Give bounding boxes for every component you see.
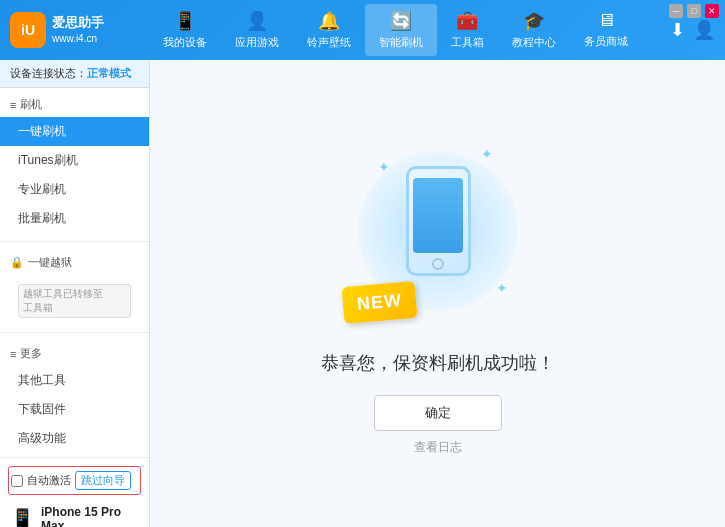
main-layout: 设备连接状态：正常模式 ≡ 刷机 一键刷机 iTunes刷机 专业刷机 批量刷机… bbox=[0, 60, 725, 527]
new-badge: NEW bbox=[341, 281, 417, 324]
logo-text: 爱思助手 www.i4.cn bbox=[52, 15, 104, 45]
sidebar-jailbreak-section: 🔒 一键越狱 越狱工具已转移至工具箱 bbox=[0, 246, 149, 328]
phone-illustration: ✦ ✦ ✦ NEW bbox=[338, 131, 538, 331]
nav-smart-flash[interactable]: 🔄 智能刷机 bbox=[365, 4, 437, 56]
nav-ringtones[interactable]: 🔔 铃声壁纸 bbox=[293, 4, 365, 56]
sidebar-item-advanced[interactable]: 高级功能 bbox=[0, 424, 149, 453]
flash-section-icon: ≡ bbox=[10, 99, 16, 111]
toolbox-icon: 🧰 bbox=[456, 10, 478, 32]
phone-body bbox=[406, 166, 471, 276]
nav-service[interactable]: 🖥 务员商城 bbox=[570, 4, 642, 56]
sidebar: 设备连接状态：正常模式 ≡ 刷机 一键刷机 iTunes刷机 专业刷机 批量刷机… bbox=[0, 60, 150, 527]
tutorial-icon: 🎓 bbox=[523, 10, 545, 32]
more-section-icon: ≡ bbox=[10, 348, 16, 360]
auto-activate-label: 自动激活 bbox=[27, 473, 71, 488]
close-button[interactable]: ✕ bbox=[705, 4, 719, 18]
minimize-button[interactable]: ─ bbox=[669, 4, 683, 18]
smart-flash-icon: 🔄 bbox=[390, 10, 412, 32]
device-info: 📱 iPhone 15 Pro Max 512GB iPhone bbox=[8, 501, 141, 527]
phone-home-button bbox=[432, 258, 444, 270]
nav-tutorial[interactable]: 🎓 教程中心 bbox=[498, 4, 570, 56]
ringtones-icon: 🔔 bbox=[318, 10, 340, 32]
nav-apps-games[interactable]: 👤 应用游戏 bbox=[221, 4, 293, 56]
sidebar-item-other-tools[interactable]: 其他工具 bbox=[0, 366, 149, 395]
flash-section-header: ≡ 刷机 bbox=[0, 92, 149, 117]
user-icon[interactable]: 👤 bbox=[693, 19, 715, 41]
jailbreak-section-icon: 🔒 bbox=[10, 256, 24, 269]
download-icon[interactable]: ⬇ bbox=[670, 19, 685, 41]
auto-activate-checkbox[interactable] bbox=[11, 475, 23, 487]
device-name: iPhone 15 Pro Max bbox=[41, 505, 139, 527]
sparkle-2: ✦ bbox=[481, 146, 493, 162]
confirm-button[interactable]: 确定 bbox=[374, 395, 502, 431]
logo-icon: iU bbox=[10, 12, 46, 48]
my-device-icon: 📱 bbox=[174, 10, 196, 32]
sidebar-item-download-firmware[interactable]: 下载固件 bbox=[0, 395, 149, 424]
more-section-header: ≡ 更多 bbox=[0, 341, 149, 366]
sidebar-item-itunes-flash[interactable]: iTunes刷机 bbox=[0, 146, 149, 175]
nav-my-device[interactable]: 📱 我的设备 bbox=[149, 4, 221, 56]
device-phone-icon: 📱 bbox=[10, 507, 35, 527]
nav-items: 📱 我的设备 👤 应用游戏 🔔 铃声壁纸 🔄 智能刷机 🧰 工具箱 🎓 教程中心… bbox=[120, 4, 670, 56]
jailbreak-note: 越狱工具已转移至工具箱 bbox=[18, 284, 131, 318]
header-right: ⬇ 👤 bbox=[670, 19, 715, 41]
phone-screen bbox=[413, 178, 463, 253]
logo-area: iU 爱思助手 www.i4.cn bbox=[10, 12, 120, 48]
sidebar-flash-section: ≡ 刷机 一键刷机 iTunes刷机 专业刷机 批量刷机 bbox=[0, 88, 149, 237]
auto-row: 自动激活 跳过向导 bbox=[8, 466, 141, 495]
sparkle-3: ✦ bbox=[496, 280, 508, 296]
sidebar-item-batch-flash[interactable]: 批量刷机 bbox=[0, 204, 149, 233]
sidebar-item-jailbreak: 越狱工具已转移至工具箱 bbox=[0, 275, 149, 324]
nav-toolbox[interactable]: 🧰 工具箱 bbox=[437, 4, 498, 56]
success-text: 恭喜您，保资料刷机成功啦！ bbox=[321, 351, 555, 375]
jailbreak-section-header: 🔒 一键越狱 bbox=[0, 250, 149, 275]
log-link[interactable]: 查看日志 bbox=[414, 439, 462, 456]
status-bar: 设备连接状态：正常模式 bbox=[0, 60, 149, 88]
sidebar-item-one-key-flash[interactable]: 一键刷机 bbox=[0, 117, 149, 146]
sparkle-1: ✦ bbox=[378, 159, 390, 175]
maximize-button[interactable]: □ bbox=[687, 4, 701, 18]
sidebar-item-pro-flash[interactable]: 专业刷机 bbox=[0, 175, 149, 204]
sidebar-bottom: 自动激活 跳过向导 📱 iPhone 15 Pro Max 512GB iPho… bbox=[0, 457, 149, 527]
service-icon: 🖥 bbox=[597, 10, 615, 31]
header: iU 爱思助手 www.i4.cn 📱 我的设备 👤 应用游戏 🔔 铃声壁纸 🔄… bbox=[0, 0, 725, 60]
apps-games-icon: 👤 bbox=[246, 10, 268, 32]
window-controls: ─ □ ✕ bbox=[669, 4, 719, 18]
content-area: ✦ ✦ ✦ NEW 恭喜您，保资料刷机成功啦！ 确定 查看日志 bbox=[150, 60, 725, 527]
sidebar-more-section: ≡ 更多 其他工具 下载固件 高级功能 bbox=[0, 337, 149, 457]
device-details: iPhone 15 Pro Max 512GB iPhone bbox=[41, 505, 139, 527]
guide-button[interactable]: 跳过向导 bbox=[75, 471, 131, 490]
